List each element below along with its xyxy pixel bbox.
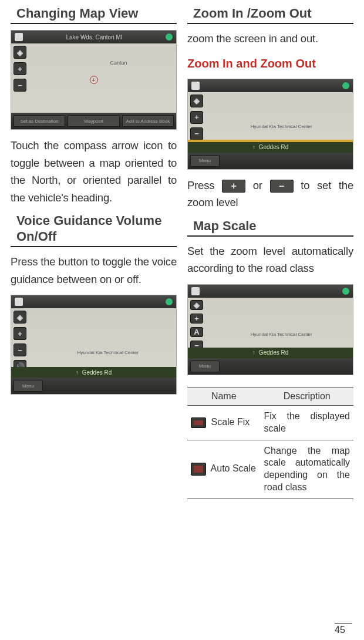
screenshot-bottombar: Menu bbox=[11, 378, 176, 394]
minus-icon: − bbox=[14, 79, 26, 92]
screenshot-bottombar: Menu bbox=[188, 358, 353, 375]
cell-name: Auto Scale bbox=[187, 440, 261, 498]
screenshot-map-view: Lake Wds, Canton MI ◈ + − + Canton Set a… bbox=[11, 30, 177, 130]
body-changing-map-view: Touch the compass arrow icon to toggle b… bbox=[11, 137, 177, 206]
heading-changing-map-view: Changing Map View bbox=[11, 6, 177, 24]
gps-icon bbox=[342, 288, 349, 295]
cell-desc: Change the map scale automatically depen… bbox=[261, 440, 353, 498]
cell-name-label: Auto Scale bbox=[211, 463, 256, 473]
street-strip: ↑ Geddes Rd bbox=[188, 142, 353, 153]
map-center-label: Hyundai Kia Technical Center bbox=[251, 124, 312, 129]
screenshot-topbar bbox=[11, 295, 176, 308]
screenshot-topbar bbox=[188, 285, 353, 298]
menu-button: Menu bbox=[14, 380, 43, 392]
plus-icon: + bbox=[190, 314, 203, 324]
street-arrow-icon: ↑ bbox=[252, 349, 255, 356]
heading-voice-guidance: Voice Guidance Volume On/Off bbox=[11, 213, 177, 247]
map-scale-table: Name Description Scale Fix Fix the displ… bbox=[187, 387, 353, 499]
heading-zoom: Zoom In /Zoom Out bbox=[187, 6, 353, 24]
menu-button: Menu bbox=[190, 361, 220, 372]
compass-icon: ◈ bbox=[14, 311, 26, 324]
menu-button: Menu bbox=[190, 155, 220, 167]
screenshot-bottombar: Menu bbox=[188, 153, 353, 169]
cell-name: Scale Fix bbox=[187, 405, 261, 440]
body-zoom-intro: zoom the screen in and out. bbox=[187, 30, 353, 48]
cell-name-label: Scale Fix bbox=[211, 417, 250, 427]
compass-icon: ◈ bbox=[14, 46, 26, 59]
auto-scale-icon bbox=[191, 463, 206, 476]
screenshot-map-scale: ◈ + A − 🔊 Hyundai Kia Technical Center ↑… bbox=[187, 284, 353, 375]
map-center-label: Hyundai Kia Technical Center bbox=[77, 350, 139, 355]
compass-icon: ◈ bbox=[190, 300, 203, 310]
body-map-scale: Set the zoom level automatically accordi… bbox=[187, 242, 353, 277]
home-icon bbox=[15, 298, 23, 306]
th-name: Name bbox=[187, 387, 261, 405]
press-text-pre: Press bbox=[187, 179, 222, 191]
set-destination-button: Set as Destination bbox=[14, 115, 65, 127]
press-text-or: or bbox=[253, 179, 270, 191]
gps-icon bbox=[166, 298, 173, 305]
table-row: Scale Fix Fix the displayed scale bbox=[187, 405, 353, 440]
gps-icon bbox=[342, 82, 349, 89]
right-column: Zoom In /Zoom Out zoom the screen in and… bbox=[187, 6, 353, 640]
scale-icon: A bbox=[190, 327, 203, 337]
street-label: Geddes Rd bbox=[82, 369, 112, 376]
manual-page: Changing Map View Lake Wds, Canton MI ◈ … bbox=[0, 0, 364, 640]
minus-icon: − bbox=[14, 343, 26, 356]
street-label: Geddes Rd bbox=[259, 144, 289, 150]
gps-icon bbox=[166, 33, 173, 41]
heading-map-scale: Map Scale bbox=[187, 218, 353, 237]
street-strip: ↑ Geddes Rd bbox=[11, 367, 176, 378]
screenshot-top-label: Lake Wds, Canton MI bbox=[66, 34, 122, 41]
home-icon bbox=[15, 33, 23, 41]
cell-desc: Fix the displayed scale bbox=[261, 405, 353, 440]
minus-key-icon: – bbox=[270, 180, 294, 193]
screenshot-zoom: ◈ + − Hyundai Kia Technical Center ↑ Ged… bbox=[187, 79, 353, 170]
plus-icon: + bbox=[14, 62, 26, 75]
minus-icon: − bbox=[190, 127, 203, 140]
body-zoom-press: Press + or – to set the zoom level bbox=[187, 177, 353, 211]
screenshot-topbar: Lake Wds, Canton MI bbox=[11, 31, 176, 43]
street-arrow-icon: ↑ bbox=[252, 144, 255, 150]
add-addressbook-button: Add to Address Book bbox=[122, 115, 174, 127]
street-arrow-icon: ↑ bbox=[76, 369, 79, 376]
map-center-label: Hyundai Kia Technical Center bbox=[251, 332, 312, 337]
map-pin-icon: + bbox=[90, 76, 98, 84]
subhead-zoom-red: Zoom In and Zoom Out bbox=[187, 57, 353, 70]
street-strip: ↑ Geddes Rd bbox=[188, 348, 353, 358]
screenshot-topbar bbox=[188, 79, 353, 92]
screenshot-side-icons: ◈ + − bbox=[14, 46, 26, 114]
screenshot-voice: ◈ + − 🔊 Hyundai Kia Technical Center ↑ G… bbox=[11, 295, 177, 395]
body-voice-guidance: Press the button to toggle the voice gui… bbox=[11, 253, 177, 288]
screenshot-bottombar: Set as Destination Waypoint Add to Addre… bbox=[11, 113, 176, 129]
th-description: Description bbox=[261, 387, 353, 405]
street-label: Geddes Rd bbox=[259, 349, 289, 356]
plus-icon: + bbox=[190, 111, 203, 124]
left-column: Changing Map View Lake Wds, Canton MI ◈ … bbox=[11, 6, 177, 640]
compass-icon: ◈ bbox=[190, 95, 203, 107]
plus-icon: + bbox=[14, 327, 26, 340]
table-row: Auto Scale Change the map scale automati… bbox=[187, 440, 353, 498]
waypoint-button: Waypoint bbox=[68, 115, 119, 127]
plus-key-icon: + bbox=[222, 180, 245, 193]
home-icon bbox=[191, 287, 200, 295]
map-text-label: Canton bbox=[110, 60, 127, 66]
home-icon bbox=[191, 82, 200, 90]
page-number: 45 bbox=[335, 623, 352, 635]
scale-fix-icon bbox=[191, 417, 206, 428]
